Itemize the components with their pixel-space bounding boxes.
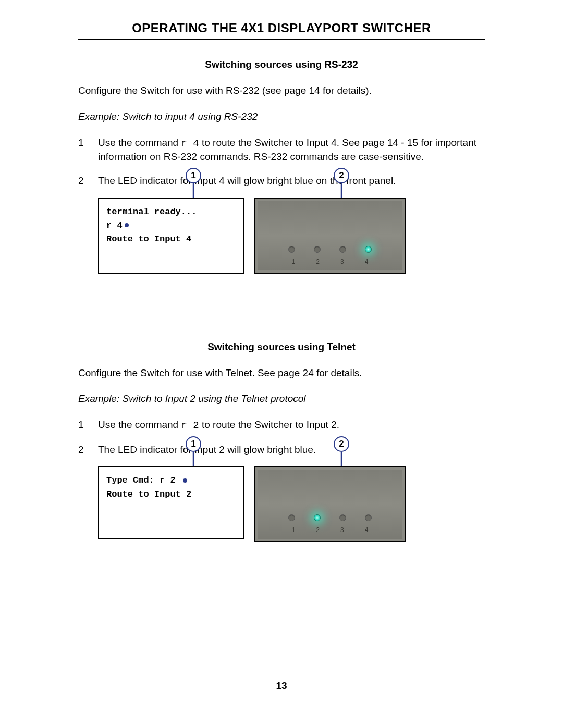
led-label-2: 2: [316, 258, 320, 265]
bullet-dot-icon: [183, 478, 187, 483]
terminal-line-3: Route to Input 4: [106, 232, 236, 246]
led-3: [339, 246, 346, 253]
terminal-line-2: r 4: [106, 219, 236, 232]
led-labels: 1 2 3 4: [255, 258, 405, 265]
led-labels: 1 2 3 4: [255, 526, 405, 534]
device-panel: 1 2 3 4: [254, 198, 406, 274]
led-1: [288, 514, 295, 521]
step1-pre: Use the command: [98, 137, 181, 148]
callout-1-badge: 1: [186, 168, 201, 183]
step-text: The LED indicator for Input 2 will glow …: [98, 443, 485, 456]
led-label-1: 1: [292, 526, 296, 534]
led-2: [314, 246, 321, 253]
led-4: [365, 246, 372, 253]
section2-example: Example: Switch to Input 2 using the Tel…: [78, 393, 485, 404]
device-wrap: 2 1 2 3 4: [254, 198, 406, 274]
terminal-line-3: Route to Input 2: [106, 488, 236, 501]
step1-pre: Use the command: [98, 419, 181, 430]
device-panel: 1 2 3 4: [254, 466, 406, 542]
step-text: Use the command r 4 to route the Switche…: [98, 136, 485, 164]
step-text: The LED indicator for Input 4 will glow …: [98, 174, 485, 188]
terminal-line-2-text: r 4: [106, 220, 123, 230]
step-number: 1: [78, 136, 98, 164]
led-2: [314, 514, 321, 521]
step1-post: to route the Switcher to Input 2.: [199, 419, 339, 430]
step1-cmd: r 4: [181, 138, 199, 149]
step1-cmd: r 2: [181, 419, 199, 431]
section1-heading: Switching sources using RS-232: [78, 59, 485, 70]
led-1: [288, 246, 295, 253]
terminal-box: terminal ready... r 4 Route to Input 4: [98, 198, 244, 274]
section1-diagram: 1 terminal ready... r 4 Route to Input 4…: [98, 198, 485, 274]
section2-intro: Configure the Switch for use with Telnet…: [78, 366, 485, 380]
terminal-box: Type Cmd: r 2 Route to Input 2: [98, 466, 244, 539]
page-number: 13: [0, 680, 563, 692]
step-number: 2: [78, 174, 98, 188]
terminal-line-1-text: Type Cmd: r 2: [106, 475, 176, 485]
terminal-wrap: 1 terminal ready... r 4 Route to Input 4: [98, 198, 244, 274]
title-rule: [78, 39, 485, 40]
section2-diagram: 1 Type Cmd: r 2 Route to Input 2 2: [98, 466, 485, 542]
terminal-wrap: 1 Type Cmd: r 2 Route to Input 2: [98, 466, 244, 542]
led-row: [255, 514, 405, 521]
led-label-4: 4: [365, 526, 369, 534]
step-number: 1: [78, 418, 98, 433]
section1-step2: 2 The LED indicator for Input 4 will glo…: [78, 174, 485, 188]
section1-intro: Configure the Switch for use with RS-232…: [78, 84, 485, 97]
led-label-4: 4: [365, 258, 369, 265]
led-label-3: 3: [340, 526, 344, 534]
terminal-line-1: Type Cmd: r 2: [106, 474, 236, 487]
callout-2-badge: 2: [334, 168, 349, 183]
terminal-line-1: terminal ready...: [106, 205, 236, 219]
led-label-3: 3: [340, 258, 344, 265]
page-title: OPERATING THE 4X1 DISPLAYPORT SWITCHER: [78, 21, 485, 35]
bullet-dot-icon: [125, 223, 129, 227]
led-3: [339, 514, 346, 521]
device-wrap: 2 1 2 3 4: [254, 466, 406, 542]
section1-step1: 1 Use the command r 4 to route the Switc…: [78, 136, 485, 164]
section1-example: Example: Switch to input 4 using RS-232: [78, 111, 485, 122]
led-label-1: 1: [292, 258, 296, 265]
section2-step2: 2 The LED indicator for Input 2 will glo…: [78, 443, 485, 456]
step-text: Use the command r 2 to route the Switche…: [98, 418, 485, 433]
step-number: 2: [78, 443, 98, 456]
section2-heading: Switching sources using Telnet: [78, 341, 485, 353]
led-row: [255, 246, 405, 253]
led-4: [365, 514, 372, 521]
section2-step1: 1 Use the command r 2 to route the Switc…: [78, 418, 485, 433]
led-label-2: 2: [316, 526, 320, 534]
